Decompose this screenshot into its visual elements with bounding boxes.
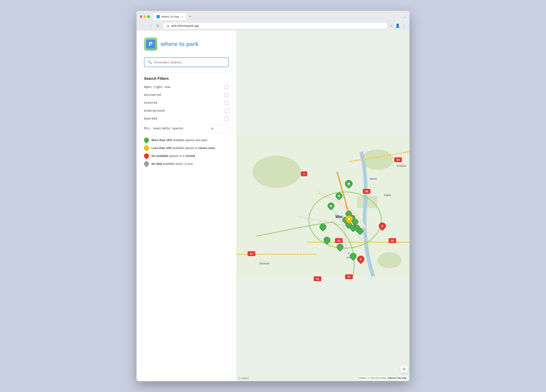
legend-item-gray: No data available since >1 hour bbox=[144, 161, 229, 166]
filter-row-uncovered: Uncovered bbox=[144, 93, 229, 97]
filter-row-open: Open right now bbox=[144, 85, 229, 89]
min-spaces-input[interactable] bbox=[208, 125, 229, 133]
svg-text:Kobytka: Kobytka bbox=[397, 164, 406, 167]
svg-point-39 bbox=[381, 225, 384, 227]
app-logo: P where to park bbox=[144, 38, 229, 51]
search-input-wrapper[interactable]: 🔍 bbox=[144, 57, 229, 67]
map-svg: S8 7 S8 S2 S2 A2 S8 bbox=[236, 31, 410, 381]
close-window-button[interactable] bbox=[140, 15, 142, 18]
traffic-lights bbox=[140, 15, 150, 18]
min-spaces-label: Min. available spaces bbox=[144, 127, 183, 130]
svg-text:S2: S2 bbox=[391, 239, 394, 242]
maximize-window-button[interactable] bbox=[147, 15, 150, 18]
mapbox-logo-text: ⊙ mapbox bbox=[238, 377, 249, 379]
browser-tabs: 🌐 Where To Park × + bbox=[153, 13, 402, 20]
svg-text:S2: S2 bbox=[337, 239, 340, 242]
search-icon: 🔍 bbox=[148, 60, 152, 64]
menu-icon[interactable]: ⋮ bbox=[403, 24, 406, 28]
nav-buttons: ← → ↻ bbox=[140, 23, 161, 29]
browser-chrome: 🌐 Where To Park × + ⌄ ← → ↻ 🔒 web.wheret… bbox=[136, 11, 410, 31]
filter-row-covered: Covered bbox=[144, 101, 229, 105]
svg-text:✈: ✈ bbox=[347, 251, 350, 255]
svg-text:S7: S7 bbox=[347, 275, 351, 278]
svg-point-36 bbox=[338, 195, 340, 197]
mapbox-logo: ⊙ mapbox bbox=[238, 377, 249, 379]
svg-text:S8: S8 bbox=[316, 278, 319, 280]
filter-checkbox-uncovered[interactable] bbox=[225, 93, 229, 97]
improve-map-link[interactable]: Improve this map bbox=[388, 377, 407, 379]
divider bbox=[144, 72, 229, 72]
map-area[interactable]: S8 7 S8 S2 S2 A2 S8 bbox=[236, 31, 410, 381]
filter-label-open: Open right now bbox=[144, 85, 170, 89]
search-container: 🔍 bbox=[144, 57, 229, 67]
filter-checkbox-underground[interactable] bbox=[225, 109, 229, 113]
filter-label-underground: Underground bbox=[144, 109, 165, 113]
svg-point-40 bbox=[360, 258, 362, 260]
search-input[interactable] bbox=[154, 61, 225, 64]
filter-row-underground: Underground bbox=[144, 109, 229, 113]
app-content: P where to park 🔍 Search Filters Open ri… bbox=[136, 31, 410, 381]
address-bar-container: ← → ↻ 🔒 web.wheretopark.app ☆ 👤 ⋮ bbox=[136, 22, 410, 31]
min-spaces-row: Min. available spaces bbox=[144, 125, 229, 133]
forward-button[interactable]: → bbox=[147, 23, 153, 29]
svg-text:S8: S8 bbox=[396, 158, 400, 161]
svg-text:War: War bbox=[335, 214, 343, 219]
svg-point-35 bbox=[348, 183, 350, 185]
new-tab-button[interactable]: + bbox=[187, 14, 193, 19]
address-bar[interactable]: 🔒 web.wheretopark.app bbox=[163, 23, 387, 29]
browser-window: 🌐 Where To Park × + ⌄ ← → ↻ 🔒 web.wheret… bbox=[136, 11, 410, 381]
legend-dot-red bbox=[143, 152, 150, 159]
filter-label-uncovered: Uncovered bbox=[144, 93, 161, 97]
filter-row-guarded: Guarded bbox=[144, 117, 229, 121]
active-tab[interactable]: 🌐 Where To Park × bbox=[153, 13, 186, 20]
filters-heading: Search Filters bbox=[144, 76, 229, 81]
legend-dot-yellow bbox=[143, 145, 150, 152]
svg-point-42 bbox=[403, 368, 406, 371]
bookmark-icon[interactable]: ☆ bbox=[390, 24, 393, 28]
svg-point-3 bbox=[377, 252, 401, 268]
url-display: web.wheretopark.app bbox=[171, 24, 199, 27]
svg-text:Ząbki: Ząbki bbox=[384, 194, 391, 197]
lock-icon: 🔒 bbox=[166, 24, 169, 27]
tab-close-button[interactable]: × bbox=[182, 15, 183, 18]
refresh-button[interactable]: ↻ bbox=[155, 23, 161, 29]
legend-dot-gray bbox=[143, 160, 150, 167]
legend-text-yellow: Less than 10% available spaces or closes… bbox=[151, 146, 215, 150]
legend-item-green: More than 10% available spaces and open bbox=[144, 138, 229, 143]
svg-text:7: 7 bbox=[303, 172, 305, 175]
sidebar: P where to park 🔍 Search Filters Open ri… bbox=[136, 31, 236, 381]
svg-text:Brwinów: Brwinów bbox=[260, 262, 270, 265]
svg-point-41 bbox=[404, 369, 405, 370]
svg-point-1 bbox=[252, 156, 301, 188]
minimize-window-button[interactable] bbox=[143, 15, 146, 18]
svg-point-37 bbox=[330, 205, 332, 207]
profile-icon[interactable]: 👤 bbox=[395, 24, 400, 28]
tab-menu-button[interactable]: ⌄ bbox=[403, 15, 406, 19]
locate-button[interactable] bbox=[400, 365, 408, 373]
filter-checkbox-covered[interactable] bbox=[225, 101, 229, 105]
tab-favicon: 🌐 bbox=[156, 15, 160, 18]
filter-label-covered: Covered bbox=[144, 101, 157, 105]
svg-point-38 bbox=[348, 218, 350, 220]
filter-checkbox-guarded[interactable] bbox=[225, 117, 229, 121]
tab-title: Where To Park bbox=[162, 15, 179, 18]
titlebar: 🌐 Where To Park × + ⌄ bbox=[136, 11, 410, 22]
legend-dot-green bbox=[143, 137, 150, 144]
svg-text:A2: A2 bbox=[250, 252, 253, 255]
legend: More than 10% available spaces and open … bbox=[144, 138, 229, 166]
legend-text-red: No available spaces or is closed bbox=[151, 154, 195, 158]
svg-text:S8: S8 bbox=[365, 190, 368, 193]
legend-text-green: More than 10% available spaces and open bbox=[151, 139, 208, 142]
legend-item-yellow: Less than 10% available spaces or closes… bbox=[144, 145, 229, 151]
back-button[interactable]: ← bbox=[140, 23, 146, 29]
logo-icon: P bbox=[144, 38, 157, 51]
browser-actions: ☆ 👤 ⋮ bbox=[390, 24, 406, 28]
map-attribution: © Mapbox © OpenStreetMap Improve this ma… bbox=[356, 376, 408, 379]
legend-item-red: No available spaces or is closed bbox=[144, 153, 229, 158]
logo-p-letter: P bbox=[146, 39, 155, 49]
mapbox-attribution: © Mapbox © OpenStreetMap bbox=[357, 377, 386, 379]
filter-label-guarded: Guarded bbox=[144, 117, 157, 120]
filter-checkbox-open[interactable] bbox=[225, 85, 229, 89]
svg-point-2 bbox=[361, 150, 393, 170]
svg-text:Marki: Marki bbox=[370, 177, 377, 180]
